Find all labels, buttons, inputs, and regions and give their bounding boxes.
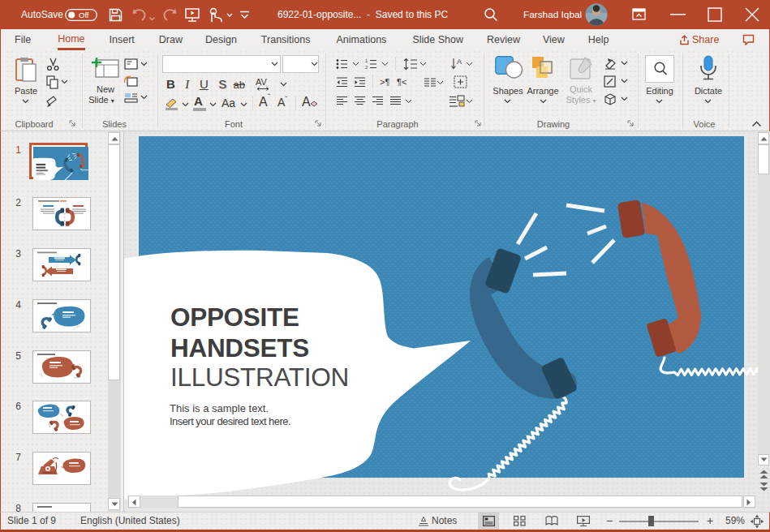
svg-text:A: A (457, 58, 462, 66)
svg-text:This is a sample text.: This is a sample text. (170, 402, 269, 414)
svg-text:Off: Off (79, 11, 89, 19)
svg-text:AV: AV (256, 77, 268, 87)
svg-text:A: A (302, 95, 311, 109)
svg-text:2: 2 (365, 65, 368, 70)
svg-text:Insert your desired text here.: Insert your desired text here. (170, 415, 290, 427)
svg-text:ILLUSTRATION: ILLUSTRATION (170, 363, 349, 392)
svg-text:1: 1 (365, 58, 368, 63)
svg-text:OPPOSITE: OPPOSITE (170, 302, 299, 332)
svg-text:HANDSETS: HANDSETS (170, 333, 309, 363)
